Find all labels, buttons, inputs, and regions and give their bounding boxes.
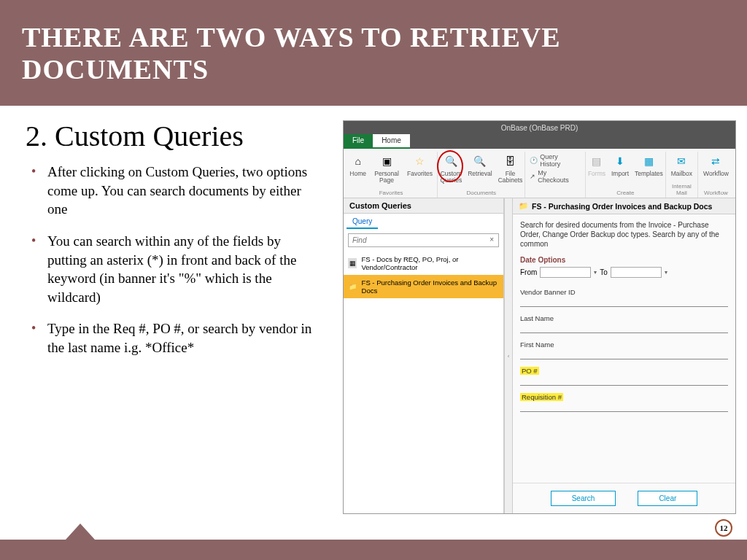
search-icon: 🔍	[443, 153, 459, 169]
po-input[interactable]	[520, 376, 728, 386]
field-label-highlighted: PO #	[520, 367, 539, 375]
query-list-item[interactable]: ▦ FS - Docs by REQ, PO, Proj, or Vendor/…	[344, 252, 503, 275]
group-label: Internal Mail	[666, 183, 697, 196]
slide-content: 2. Custom Queries After clicking on Cust…	[0, 106, 747, 525]
cabinet-icon: 🗄	[502, 153, 518, 169]
template-icon: ▦	[640, 153, 657, 169]
file-cabinets-button[interactable]: 🗄File Cabinets	[495, 152, 526, 184]
bullet-item: Type in the Req #, PO #, or search by ve…	[47, 319, 321, 357]
sidebar-title: Custom Queries	[344, 198, 503, 214]
dropdown-icon[interactable]: ▾	[665, 269, 667, 276]
clock-icon: 🕐	[530, 157, 538, 164]
ribbon: ⌂Home ▣Personal Page ☆Favorites Favorite…	[344, 149, 735, 198]
tab-home[interactable]: Home	[373, 134, 410, 149]
find-box: ×	[348, 233, 499, 247]
checkout-icon: ↗	[530, 173, 535, 180]
collapse-handle[interactable]: ‹	[504, 198, 513, 513]
workflow-icon: ⇄	[708, 153, 724, 169]
to-label: To	[600, 268, 608, 276]
from-label: From	[520, 268, 537, 276]
text-column: 2. Custom Queries After clicking on Cust…	[0, 120, 343, 525]
bullet-list: After clicking on Custom Queries, two op…	[26, 163, 321, 357]
ribbon-links: 🕐Query History ↗My Checkouts	[525, 152, 586, 198]
home-icon: ⌂	[350, 153, 366, 169]
date-row: From ▾ To ▾	[520, 267, 728, 278]
my-checkouts-link[interactable]: ↗My Checkouts	[530, 169, 579, 184]
field-label: First Name	[520, 341, 728, 349]
description: Search for desired documents from the In…	[520, 220, 728, 249]
group-label: Workflow	[698, 190, 734, 196]
personal-page-button[interactable]: ▣Personal Page	[369, 152, 404, 184]
screenshot-column: OnBase (OnBase PRD) File Home ⌂Home ▣Per…	[343, 120, 747, 525]
page-number: 12	[715, 519, 732, 537]
retrieval-button[interactable]: 🔍Retrieval	[465, 152, 495, 184]
lastname-input[interactable]	[520, 323, 728, 333]
app-window: OnBase (OnBase PRD) File Home ⌂Home ▣Per…	[343, 120, 736, 514]
button-row: Search Clear	[513, 483, 735, 513]
to-date-input[interactable]	[611, 267, 662, 278]
person-icon: ▣	[379, 153, 395, 169]
ribbon-tabs: File Home	[344, 134, 735, 149]
slide-footer	[0, 540, 747, 560]
group-label: Create	[586, 190, 665, 196]
workflow-button[interactable]: ⇄Workflow	[700, 152, 732, 179]
workspace: Custom Queries Query × ▦ FS - Docs by RE…	[344, 198, 735, 513]
import-button[interactable]: ⬇Import	[608, 152, 632, 179]
firstname-input[interactable]	[520, 349, 728, 359]
group-label: Favorites	[345, 190, 437, 196]
bullet-item: After clicking on Custom Queries, two op…	[47, 163, 321, 219]
mailbox-icon: ✉	[673, 153, 689, 169]
requisition-input[interactable]	[520, 402, 728, 412]
group-label: Documents	[438, 190, 525, 196]
dropdown-icon[interactable]: ▾	[594, 269, 597, 276]
bullet-item: You can search within any of the fields …	[47, 232, 321, 307]
favorites-button[interactable]: ☆Favorites	[404, 152, 436, 184]
slide-header: THERE ARE TWO WAYS TO RETRIEVE DOCUMENTS	[0, 0, 747, 106]
import-icon: ⬇	[612, 153, 628, 169]
slide-title: THERE ARE TWO WAYS TO RETRIEVE DOCUMENTS	[22, 21, 725, 85]
decorative-notch	[66, 524, 95, 540]
field-label: Last Name	[520, 314, 728, 322]
forms-button[interactable]: ▤Forms	[585, 152, 608, 179]
star-icon: ☆	[412, 153, 428, 169]
main-panel: 📁 FS - Purchasing Order Invoices and Bac…	[513, 198, 735, 513]
find-input[interactable]	[349, 234, 485, 246]
mailbox-button[interactable]: ✉Mailbox	[668, 152, 695, 179]
titlebar: OnBase (OnBase PRD)	[344, 121, 735, 134]
query-history-link[interactable]: 🕐Query History	[530, 153, 579, 168]
folder-icon: 📁	[519, 201, 528, 211]
form-body: Search for desired documents from the In…	[513, 214, 735, 483]
field-label: Vendor Banner ID	[520, 288, 728, 296]
field-label-highlighted: Requisition #	[520, 393, 563, 401]
tab-file[interactable]: File	[344, 134, 373, 149]
main-title: 📁 FS - Purchasing Order Invoices and Bac…	[513, 198, 735, 214]
document-icon: ▦	[348, 258, 357, 268]
subtitle: 2. Custom Queries	[26, 120, 321, 152]
search-icon: 🔍	[472, 153, 488, 169]
clear-find-icon[interactable]: ×	[485, 234, 498, 246]
query-list-item-selected[interactable]: 📁 FS - Purchasing Order Invoices and Bac…	[344, 275, 503, 298]
query-tab[interactable]: Query	[347, 215, 378, 229]
folder-icon: 📁	[348, 281, 357, 292]
custom-queries-button[interactable]: 🔍Custom Queries	[437, 152, 465, 184]
from-date-input[interactable]	[540, 267, 591, 278]
search-button[interactable]: Search	[551, 491, 616, 506]
clear-button[interactable]: Clear	[638, 491, 697, 506]
home-button[interactable]: ⌂Home	[347, 152, 369, 184]
vendor-id-input[interactable]	[520, 297, 728, 307]
sidebar: Custom Queries Query × ▦ FS - Docs by RE…	[344, 198, 504, 513]
date-section-label: Date Options	[520, 256, 728, 264]
form-icon: ▤	[589, 153, 605, 169]
templates-button[interactable]: ▦Templates	[632, 152, 666, 179]
